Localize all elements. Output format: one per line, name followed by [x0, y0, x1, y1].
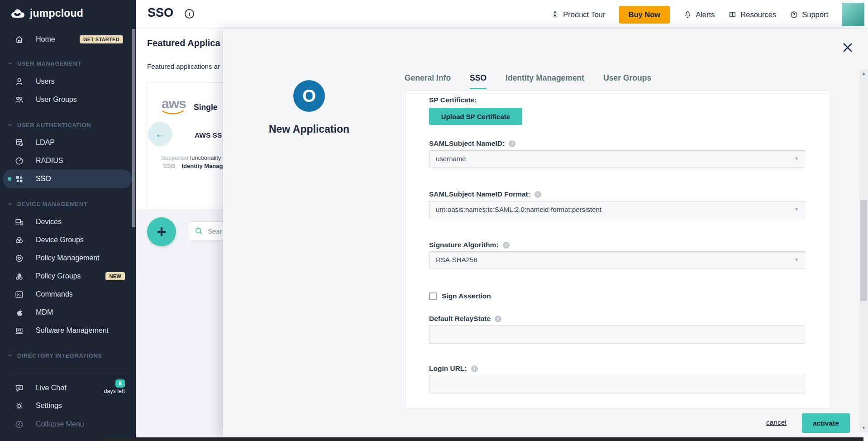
resources-label: Resources: [740, 10, 776, 19]
user-icon: [14, 77, 24, 86]
home-icon: [14, 35, 24, 44]
section-title: USER AUTHENTICATION: [17, 122, 91, 129]
sso-form-panel: SP Certificate: Upload SP Certificate SA…: [405, 91, 830, 408]
info-icon[interactable]: i: [534, 191, 541, 198]
bell-icon: [683, 10, 692, 19]
info-icon[interactable]: i: [509, 140, 515, 147]
samlsubject-nameid-label: SAMLSubject NameID: i: [429, 139, 515, 148]
get-started-badge[interactable]: GET STARTED: [80, 35, 123, 43]
sidebar-item-policy-management[interactable]: Policy Management: [0, 249, 136, 267]
login-url-input[interactable]: [429, 375, 805, 393]
tab-identity-management[interactable]: Identity Management: [506, 73, 584, 89]
sidebar-item-policy-groups[interactable]: Policy Groups NEW: [0, 267, 136, 285]
info-icon[interactable]: i: [503, 242, 510, 249]
settings-gear-icon: [14, 401, 24, 411]
modal-scrollbar[interactable]: ▲ ▼: [859, 69, 868, 432]
support-button[interactable]: Support: [790, 10, 828, 19]
tab-sso[interactable]: SSO: [470, 73, 486, 89]
app-name-top: Single: [194, 103, 218, 112]
sidebar-item-radius[interactable]: RADIUS: [0, 152, 136, 170]
radius-icon: [14, 156, 24, 166]
search-icon: [195, 227, 203, 235]
sign-assertion-row: Sign Assertion: [429, 292, 491, 300]
scroll-up-icon[interactable]: ▲: [859, 71, 868, 76]
sidebar-item-label: LDAP: [36, 139, 55, 147]
sidebar-item-sso[interactable]: SSO: [0, 170, 136, 188]
chevron-down-icon: [7, 201, 13, 206]
sidebar-item-label: Policy Management: [36, 254, 100, 262]
featured-applications-title: Featured Applica: [147, 38, 220, 48]
section-device-management[interactable]: DEVICE MANAGEMENT: [0, 199, 136, 208]
policy-groups-icon: [14, 272, 24, 281]
tab-general-info[interactable]: General Info: [405, 73, 451, 89]
sidebar-scrollbar-thumb[interactable]: [132, 29, 135, 227]
trial-days-label: days left: [104, 388, 125, 394]
info-icon[interactable]: i: [471, 365, 478, 372]
sidebar-item-mdm[interactable]: MDM: [0, 303, 136, 321]
samlsubject-nameid-format-select[interactable]: urn:oasis:names:tc:SAML:2.0:nameid-forma…: [429, 201, 805, 218]
close-icon[interactable]: [841, 41, 854, 54]
upload-sp-certificate-button[interactable]: Upload SP Certificate: [429, 108, 522, 125]
support-label: Support: [802, 10, 828, 19]
sidebar-item-user-groups[interactable]: User Groups: [0, 91, 136, 109]
trial-days-badge: 8: [115, 379, 125, 388]
back-arrow-button[interactable]: ←: [148, 122, 172, 146]
resources-button[interactable]: Resources: [728, 10, 776, 19]
info-icon[interactable]: i: [185, 9, 194, 19]
sp-certificate-label: SP Certificate:: [429, 96, 477, 104]
book-icon: [728, 10, 737, 19]
sidebar-item-devices[interactable]: Devices: [0, 213, 136, 231]
add-application-button[interactable]: +: [147, 217, 176, 246]
cancel-button[interactable]: cancel: [766, 418, 787, 427]
info-icon[interactable]: i: [495, 316, 501, 322]
activate-button[interactable]: activate: [802, 413, 850, 433]
chevron-down-icon: [7, 61, 13, 66]
modal-tabs: General Info SSO Identity Management Use…: [405, 73, 651, 89]
sidebar-divider: [9, 376, 127, 376]
section-user-authentication[interactable]: USER AUTHENTICATION: [0, 120, 136, 129]
sign-assertion-checkbox[interactable]: [429, 292, 437, 300]
device-groups-icon: [14, 235, 24, 245]
section-directory-integrations[interactable]: DIRECTORY INTEGRATIONS: [0, 351, 136, 360]
section-title: DIRECTORY INTEGRATIONS: [17, 352, 102, 359]
product-tour-button[interactable]: Product Tour: [551, 10, 605, 19]
screen: jumpcloud Home GET STARTED USER MANAGEME…: [0, 0, 868, 441]
sidebar-item-label: Collapse Menu: [36, 420, 84, 428]
sidebar-item-live-chat[interactable]: Live Chat 8 days left: [0, 379, 136, 397]
jumpcloud-logo[interactable]: jumpcloud: [10, 7, 83, 19]
sidebar-item-ldap[interactable]: LDAP: [0, 134, 136, 152]
scroll-down-icon[interactable]: ▼: [859, 426, 868, 430]
user-avatar[interactable]: [842, 3, 864, 26]
sidebar-item-commands[interactable]: Commands: [0, 285, 136, 303]
rocket-icon: [551, 10, 559, 19]
application-logo-letter: O: [302, 86, 316, 106]
active-tab-underline: [470, 88, 486, 89]
sidebar-item-home[interactable]: Home GET STARTED: [0, 30, 136, 48]
new-application-modal: O New Application General Info SSO Ident…: [223, 29, 868, 437]
aws-logo-text: aws: [162, 97, 186, 110]
app-name: AWS SS: [195, 131, 222, 139]
sidebar-item-label: Users: [36, 77, 55, 86]
signature-algorithm-select[interactable]: RSA-SHA256 ▼: [429, 251, 805, 268]
sidebar-item-users[interactable]: Users: [0, 72, 136, 91]
section-user-management[interactable]: USER MANAGEMENT: [0, 59, 136, 68]
modal-title: New Application: [246, 123, 372, 135]
sidebar-item-software-management[interactable]: Software Management: [0, 321, 136, 340]
alerts-button[interactable]: Alerts: [683, 10, 715, 19]
buy-now-button[interactable]: Buy Now: [619, 6, 670, 24]
section-title: USER MANAGEMENT: [17, 60, 81, 67]
sidebar-item-collapse-menu[interactable]: Collapse Menu: [0, 415, 136, 433]
sidebar-item-label: RADIUS: [36, 157, 63, 165]
modal-scrollbar-thumb[interactable]: [860, 200, 867, 301]
sidebar-item-label: MDM: [36, 308, 53, 316]
samlsubject-nameid-select[interactable]: username ▼: [429, 150, 805, 168]
sidebar-item-label: Software Management: [36, 326, 109, 335]
policy-management-icon: [14, 254, 24, 263]
sidebar-item-label: User Groups: [36, 96, 77, 104]
signature-algorithm-label: Signature Algorithm: i: [429, 241, 510, 249]
default-relaystate-input[interactable]: [429, 325, 805, 344]
tab-user-groups[interactable]: User Groups: [603, 73, 651, 89]
dropdown-caret-icon: ▼: [794, 201, 799, 218]
sidebar-item-settings[interactable]: Settings: [0, 397, 136, 415]
sidebar-item-device-groups[interactable]: Device Groups: [0, 231, 136, 249]
